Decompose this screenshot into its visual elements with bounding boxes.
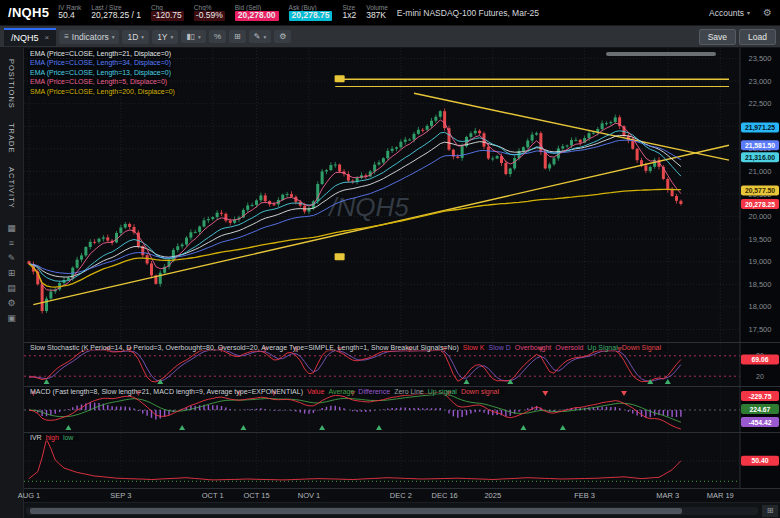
trading-app: /NQH5 IV Rank50.4Last / Size20,278.25 / …: [0, 0, 780, 518]
svg-text:21,581.50: 21,581.50: [745, 142, 775, 150]
panel-study-label[interactable]: MACD (Fast length=8, Slow length=21, MAC…: [30, 388, 303, 395]
svg-text:20,577.50: 20,577.50: [745, 187, 775, 195]
chart-zoom-scrollbar[interactable]: [606, 52, 716, 56]
legend-item: high: [46, 434, 59, 441]
time-axis-label: DEC 2: [390, 491, 412, 500]
study-label[interactable]: SMA (Price=CLOSE, Length=200, Displace=0…: [28, 88, 177, 96]
panel-study-label[interactable]: IVR: [30, 434, 42, 441]
percent-toggle[interactable]: %: [209, 30, 226, 43]
svg-text:20,278.25: 20,278.25: [745, 201, 775, 209]
gear-icon[interactable]: ⚙: [7, 299, 15, 308]
save-button[interactable]: Save: [699, 29, 736, 45]
quote-field-size: Size1x2: [342, 4, 356, 21]
quote-field-ask-buy-: Ask (Buy)20,278.75: [289, 4, 333, 21]
time-axis-label: AUG 1: [18, 491, 41, 500]
accounts-label: Accounts: [709, 8, 744, 18]
notes-icon[interactable]: ✎: [8, 254, 16, 263]
svg-text:69.06: 69.06: [751, 356, 768, 363]
svg-text:18,000: 18,000: [749, 302, 772, 311]
quote-field-last-size: Last / Size20,278.25 / 1: [91, 4, 141, 21]
svg-text:20: 20: [756, 373, 764, 380]
load-button[interactable]: Load: [739, 29, 776, 45]
stochastic-legend: Slow Stochastic (K Period=14, D Period=3…: [28, 344, 667, 351]
svg-text:19,500: 19,500: [749, 235, 772, 244]
study-label[interactable]: EMA (Price=CLOSE, Length=21, Displace=0): [28, 50, 173, 58]
svg-text:23,000: 23,000: [749, 77, 772, 86]
monitor-grid-icon[interactable]: ▦: [7, 224, 16, 233]
symbol-title[interactable]: /NQH5: [8, 5, 49, 20]
svg-text:-229.75: -229.75: [748, 393, 771, 400]
legend-item: Overbought: [515, 344, 552, 351]
time-axis-label: FEB 3: [574, 491, 595, 500]
svg-text:21,000: 21,000: [749, 167, 772, 176]
sidebar-tab-activity[interactable]: ACTIVITY: [7, 160, 16, 216]
time-axis-label: OCT 15: [243, 491, 269, 500]
grid-layout-button[interactable]: ⊞: [229, 30, 246, 43]
calendar-icon[interactable]: ▤: [7, 284, 16, 293]
stochastic-panel[interactable]: 802069.06 Slow Stochastic (K Period=14, …: [24, 342, 780, 386]
sidebar-tab-trade[interactable]: TRADE: [7, 116, 16, 160]
svg-text:50.40: 50.40: [751, 457, 768, 464]
quote-field-volume: Volume387K: [366, 4, 388, 21]
legend-item: Oversold: [555, 344, 583, 351]
time-axis-label: SEP 3: [110, 491, 131, 500]
chart-type-dropdown[interactable]: ▮▯▾: [181, 30, 206, 43]
macd-legend: MACD (Fast length=8, Slow length=21, MAC…: [28, 388, 505, 395]
drawing-note-tag: [335, 75, 345, 82]
legend-item: Down Signal: [622, 344, 661, 351]
apps-icon[interactable]: ⊞: [8, 269, 16, 278]
svg-text:22,500: 22,500: [749, 99, 772, 108]
left-rail: POSITIONSTRADEACTIVITY▦≡✎⊞▤⚙▣: [0, 48, 24, 518]
chart-tab[interactable]: /NQH5 ×: [4, 28, 56, 46]
timeframe-dropdown[interactable]: 1D▾: [122, 30, 149, 44]
range-dropdown[interactable]: 1Y▾: [152, 30, 178, 44]
chart-scrollbar: ⊞: [24, 502, 780, 518]
drawing-note-tag: [335, 253, 345, 260]
chart-toolbar: /NQH5 × ≡Indicators▾1D▾1Y▾▮▯▾%⊞✎▾⚙ Save …: [0, 26, 780, 48]
chevron-down-icon: ▾: [747, 9, 750, 16]
scrollbar-corner-button[interactable]: ⊞: [762, 505, 778, 517]
macd-panel[interactable]: -229.75224.67-454.42 MACD (Fast length=8…: [24, 386, 780, 432]
time-axis-label: NOV 1: [298, 491, 321, 500]
svg-text:17,500: 17,500: [749, 325, 772, 334]
svg-text:19,000: 19,000: [749, 257, 772, 266]
sidebar-tab-positions[interactable]: POSITIONS: [7, 52, 16, 116]
legend-item: Up Signal: [587, 344, 617, 351]
study-legend: EMA (Price=CLOSE, Length=21, Displace=0)…: [28, 50, 177, 96]
indicators-button[interactable]: ≡Indicators▾: [59, 30, 119, 44]
study-label[interactable]: EMA (Price=CLOSE, Length=5, Displace=0): [28, 78, 169, 86]
list-icon[interactable]: ≡: [9, 239, 14, 248]
quote-fields: IV Rank50.4Last / Size20,278.25 / 1Chg-1…: [58, 4, 388, 21]
legend-item: Average: [328, 388, 354, 395]
study-label[interactable]: EMA (Price=CLOSE, Length=34, Displace=0): [28, 59, 173, 67]
time-axis-label: 2025: [484, 491, 501, 500]
svg-text:-454.42: -454.42: [748, 419, 771, 426]
chart-icon[interactable]: ▣: [7, 314, 16, 323]
legend-item: low: [63, 434, 74, 441]
accounts-dropdown[interactable]: Accounts ▾: [709, 8, 750, 18]
quote-field-bid-sell-: Bid (Sell)20,278.00: [235, 4, 279, 21]
time-axis-label: MAR 3: [656, 491, 679, 500]
legend-item: Value: [307, 388, 324, 395]
ivr-svg: 50.40: [24, 433, 780, 488]
ivr-panel[interactable]: 50.40 IVRhighlow: [24, 432, 780, 488]
chart-settings-button[interactable]: ⚙: [274, 30, 291, 43]
header-gear-icon[interactable]: ⚙: [763, 7, 772, 18]
time-axis-label: OCT 1: [202, 491, 224, 500]
panel-study-label[interactable]: Slow Stochastic (K Period=14, D Period=3…: [30, 344, 459, 351]
instrument-description: E-mini NASDAQ-100 Futures, Mar-25: [397, 8, 539, 18]
time-axis-label: MAR 19: [707, 491, 734, 500]
study-label[interactable]: EMA (Price=CLOSE, Length=13, Displace=0): [28, 69, 173, 77]
legend-item: Slow D: [489, 344, 511, 351]
price-chart-panel[interactable]: /NQH523,50023,00022,50022,00021,50021,00…: [24, 48, 780, 342]
main-body: POSITIONSTRADEACTIVITY▦≡✎⊞▤⚙▣ /NQH523,50…: [0, 48, 780, 518]
chart-watermark: /NQH5: [327, 192, 409, 222]
legend-item: Difference: [358, 388, 390, 395]
scrollbar-handle[interactable]: [30, 508, 682, 514]
quote-field-chg: Chg-120.75: [151, 4, 184, 21]
legend-item: Down signal: [461, 388, 499, 395]
legend-item: Slow K: [463, 344, 485, 351]
drawing-tools-dropdown[interactable]: ✎▾: [249, 30, 271, 43]
chart-region[interactable]: /NQH523,50023,00022,50022,00021,50021,00…: [24, 48, 780, 518]
close-tab-icon[interactable]: ×: [45, 33, 50, 42]
